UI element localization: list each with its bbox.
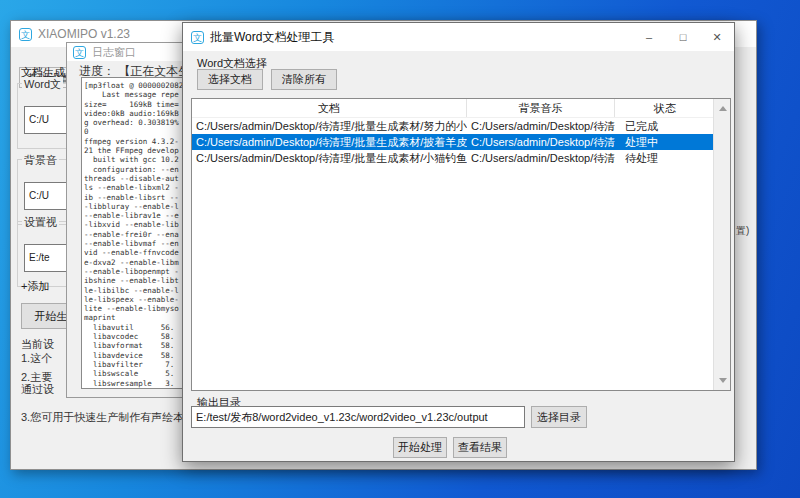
app-icon: 文: [19, 28, 32, 41]
app-icon: 文: [73, 46, 86, 59]
table-scrollbar[interactable]: [713, 99, 730, 390]
group-word-doc-label: Word文: [22, 77, 63, 92]
table-header: 文档 背景音乐 状态: [192, 99, 730, 118]
group-bg-music-label: 背景音: [22, 153, 59, 168]
cell-doc-path: C:/Users/admin/Desktop/待清理/批量生成素材/小猫钓鱼.d…: [192, 150, 467, 166]
chevron-up-icon[interactable]: [719, 106, 727, 111]
column-header-status[interactable]: 状态: [615, 99, 715, 117]
cell-status: 处理中: [615, 134, 715, 150]
document-table: 文档 背景音乐 状态 C:/Users/admin/Desktop/待清理/批量…: [191, 98, 731, 391]
note-line-3: 3.您可用于快速生产制作有声绘本视频: [21, 410, 206, 425]
cell-music-path: C:/Users/admin/Desktop/待清理/批量: [467, 134, 615, 150]
table-row-selected[interactable]: C:/Users/admin/Desktop/待清理/批量生成素材/披着羊皮的狼…: [192, 134, 730, 150]
cell-status: 待处理: [615, 150, 715, 166]
dialog-title: 批量Word文档处理工具: [210, 29, 334, 46]
main-window-title: XIAOMIPO v1.23: [38, 27, 130, 41]
cell-doc-path: C:/Users/admin/Desktop/待清理/批量生成素材/披着羊皮的狼…: [192, 134, 467, 150]
browse-dir-button[interactable]: 选择目录: [531, 406, 587, 428]
log-window-title: 日志窗口: [92, 45, 136, 60]
column-header-music[interactable]: 背景音乐: [467, 99, 615, 117]
table-row[interactable]: C:/Users/admin/Desktop/待清理/批量生成素材/努力的小猫咪…: [192, 118, 730, 134]
minimize-icon[interactable]: –: [632, 23, 666, 51]
cell-music-path: C:/Users/admin/Desktop/待清理/批量: [467, 118, 615, 134]
note-line-1: 1.这个: [21, 351, 52, 366]
output-dir-input[interactable]: [191, 406, 525, 428]
clipped-main-window-text: 置): [736, 224, 749, 238]
maximize-icon[interactable]: □: [666, 23, 700, 51]
close-icon[interactable]: ✕: [700, 23, 734, 51]
batch-word-dialog: 文 批量Word文档处理工具 – □ ✕ Word文档选择 选择文档 清除所有 …: [182, 22, 735, 462]
app-icon: 文: [191, 31, 204, 44]
table-row[interactable]: C:/Users/admin/Desktop/待清理/批量生成素材/小猫钓鱼.d…: [192, 150, 730, 166]
desktop: 文 XIAOMIPO v1.23 基础设置 文档生成 Word文 C:/U 背景…: [0, 0, 800, 498]
column-header-doc[interactable]: 文档: [192, 99, 467, 117]
chevron-down-icon[interactable]: [719, 378, 727, 383]
cell-status: 已完成: [615, 118, 715, 134]
note-line-2b: 通过设: [21, 382, 54, 397]
group-video-settings-label: 设置视: [22, 215, 59, 230]
note-current-settings: 当前设: [21, 337, 54, 352]
clear-all-button[interactable]: 清除所有: [271, 69, 337, 90]
view-results-button[interactable]: 查看结果: [453, 437, 507, 458]
start-processing-button[interactable]: 开始处理: [393, 437, 447, 458]
cell-music-path: C:/Users/admin/Desktop/待清理/批量: [467, 150, 615, 166]
window-controls: – □ ✕: [632, 23, 734, 51]
add-link[interactable]: +添加: [21, 279, 49, 294]
cell-doc-path: C:/Users/admin/Desktop/待清理/批量生成素材/努力的小猫咪…: [192, 118, 467, 134]
select-docs-button[interactable]: 选择文档: [197, 69, 263, 90]
